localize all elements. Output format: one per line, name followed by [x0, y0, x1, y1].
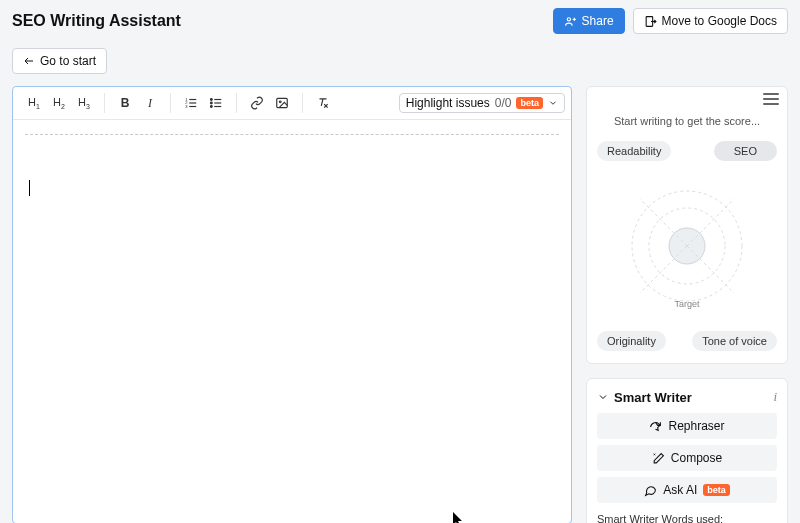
share-label: Share [582, 14, 614, 28]
originality-pill[interactable]: Originality [597, 331, 666, 351]
ordered-list-icon: 123 [184, 96, 198, 110]
editor-guide-line [25, 134, 559, 135]
beta-badge: beta [703, 484, 730, 496]
chat-icon [644, 484, 657, 497]
link-icon [250, 96, 264, 110]
compose-icon [652, 452, 665, 465]
svg-point-16 [210, 106, 212, 108]
editor-panel: H1 H2 H3 B I 123 [12, 86, 572, 523]
h2-button[interactable]: H2 [47, 91, 71, 115]
export-icon [644, 15, 657, 28]
svg-point-14 [210, 99, 212, 101]
go-start-button[interactable]: Go to start [12, 48, 107, 74]
h1-button[interactable]: H1 [22, 91, 46, 115]
image-button[interactable] [270, 91, 294, 115]
svg-text:3: 3 [185, 104, 188, 109]
smart-writer-header[interactable]: Smart Writer i [587, 379, 787, 413]
highlight-count: 0/0 [495, 96, 512, 110]
editor-textarea[interactable] [13, 120, 571, 523]
metrics-area: Readability SEO Originality Tone of voic… [587, 141, 787, 351]
radar-chart-icon [622, 181, 752, 311]
compose-label: Compose [671, 451, 722, 465]
share-icon [564, 15, 577, 28]
svg-point-15 [210, 102, 212, 104]
text-cursor [29, 180, 30, 196]
compose-button[interactable]: Compose [597, 445, 777, 471]
unordered-list-icon [209, 96, 223, 110]
clear-format-icon [316, 96, 330, 110]
mouse-cursor-icon [453, 512, 465, 523]
ask-ai-button[interactable]: Ask AI beta [597, 477, 777, 503]
score-hint: Start writing to get the score... [587, 111, 787, 137]
ask-ai-label: Ask AI [663, 483, 697, 497]
clear-format-button[interactable] [311, 91, 335, 115]
target-label: Target [674, 299, 699, 309]
arrow-left-icon [23, 55, 35, 67]
rephraser-icon [649, 420, 662, 433]
share-button[interactable]: Share [553, 8, 625, 34]
info-icon[interactable]: i [773, 389, 777, 405]
highlight-issues-dropdown[interactable]: Highlight issues 0/0 beta [399, 93, 565, 113]
chevron-down-icon [597, 391, 609, 403]
smart-writer-card: Smart Writer i Rephraser Compose Ask AI … [586, 378, 788, 523]
move-gdocs-button[interactable]: Move to Google Docs [633, 8, 788, 34]
subbar: Go to start [0, 42, 800, 86]
sidebar: Start writing to get the score... Readab… [586, 86, 788, 523]
score-card: Start writing to get the score... Readab… [586, 86, 788, 364]
tone-pill[interactable]: Tone of voice [692, 331, 777, 351]
words-used-label: Smart Writer Words used: [597, 513, 777, 523]
highlight-label: Highlight issues [406, 96, 490, 110]
app-title: SEO Writing Assistant [12, 12, 181, 30]
smart-writer-title: Smart Writer [614, 390, 692, 405]
rephraser-button[interactable]: Rephraser [597, 413, 777, 439]
svg-point-0 [567, 17, 570, 20]
seo-pill[interactable]: SEO [714, 141, 777, 161]
image-icon [275, 96, 289, 110]
bold-button[interactable]: B [113, 91, 137, 115]
link-button[interactable] [245, 91, 269, 115]
gdocs-label: Move to Google Docs [662, 14, 777, 28]
menu-icon[interactable] [763, 93, 779, 105]
header-actions: Share Move to Google Docs [553, 8, 788, 34]
beta-badge: beta [516, 97, 543, 109]
editor-toolbar: H1 H2 H3 B I 123 [13, 87, 571, 120]
go-start-label: Go to start [40, 54, 96, 68]
italic-button[interactable]: I [138, 91, 162, 115]
h3-button[interactable]: H3 [72, 91, 96, 115]
header: SEO Writing Assistant Share Move to Goog… [0, 0, 800, 42]
svg-point-18 [279, 101, 281, 103]
main: H1 H2 H3 B I 123 [0, 86, 800, 523]
unordered-list-button[interactable] [204, 91, 228, 115]
ordered-list-button[interactable]: 123 [179, 91, 203, 115]
rephraser-label: Rephraser [668, 419, 724, 433]
readability-pill[interactable]: Readability [597, 141, 671, 161]
chevron-down-icon [548, 98, 558, 108]
